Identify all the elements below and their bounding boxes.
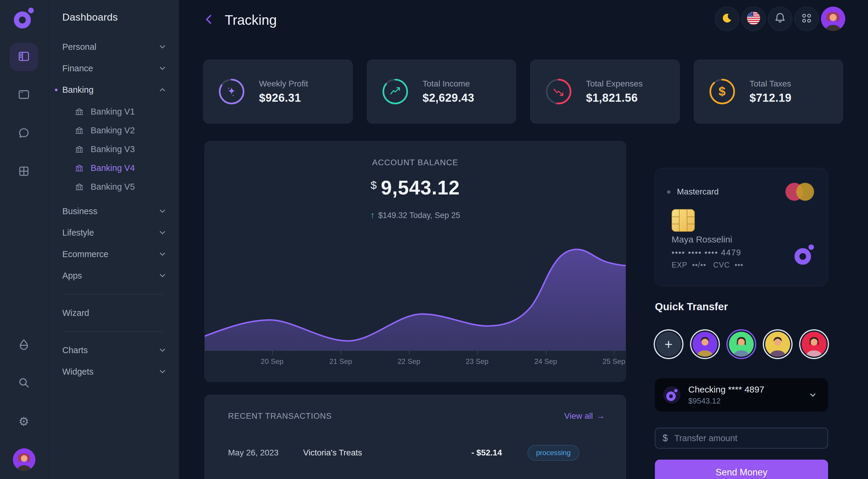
sidebar-submenu: Banking V1Banking V2Banking V3Banking V4…: [62, 100, 167, 201]
recipient-avatar-1[interactable]: [692, 332, 717, 357]
recipient-avatar-3[interactable]: [765, 332, 790, 357]
x-axis-label: 25 Sep: [602, 357, 625, 366]
card-exp-cvc: EXP ••/•• CVC •••: [672, 261, 743, 269]
rail-item-search[interactable]: [9, 369, 38, 397]
sidebar-menu: PersonalFinanceBankingBanking V1Banking …: [62, 36, 167, 382]
quick-transfer-title: Quick Transfer: [655, 301, 728, 312]
quick-transfer-avatars: +: [656, 332, 827, 357]
chevron-down-icon: [158, 250, 167, 259]
progress-ring: [544, 77, 574, 107]
stat-value: $926.31: [259, 92, 308, 104]
recipient-avatar-4[interactable]: [802, 332, 827, 357]
us-flag-icon: [747, 11, 761, 26]
sidebar-item-lifestyle[interactable]: Lifestyle: [62, 222, 167, 243]
cvc-masked: •••: [735, 261, 743, 269]
mastercard-logo-icon: [782, 180, 816, 204]
card-network-label: Mastercard: [677, 187, 782, 197]
sidebar-item-charts[interactable]: Charts: [62, 339, 167, 361]
sidebar-subitem-banking-v5[interactable]: Banking V5: [62, 177, 167, 196]
x-axis-label: 21 Sep: [330, 357, 352, 366]
account-select[interactable]: Checking **** 4897 $9543.12: [655, 378, 828, 412]
sidebar-item-label: Lifestyle: [62, 228, 158, 238]
sidebar-item-wizard[interactable]: Wizard: [62, 302, 167, 324]
transaction-row[interactable]: May 26, 2023 Victoria's Treats - $52.14 …: [228, 441, 605, 465]
bank-icon: [74, 163, 84, 173]
bank-icon: [74, 107, 84, 117]
sidebar-item-apps[interactable]: Apps: [62, 265, 167, 286]
stat-texts: Total Expenses $1,821.56: [586, 79, 643, 104]
bank-icon: [74, 126, 84, 136]
rail-item-settings[interactable]: ⚙: [9, 407, 38, 436]
stat-label: Total Expenses: [586, 79, 643, 89]
sidebar-item-label: Ecommerce: [62, 249, 158, 259]
sidebar-item-widgets[interactable]: Widgets: [62, 361, 167, 382]
chart-area-fill: [205, 249, 626, 351]
x-axis-tick: [546, 351, 547, 355]
sidebar-item-banking[interactable]: Banking: [62, 79, 167, 100]
sidebar-subitem-label: Banking V4: [91, 163, 135, 173]
language-button[interactable]: [741, 6, 766, 31]
stat-value: $1,821.56: [586, 92, 643, 104]
sidebar-item-label: Personal: [62, 42, 158, 52]
back-button[interactable]: [203, 13, 216, 27]
x-axis-line: [205, 351, 626, 351]
sidebar: Dashboards PersonalFinanceBankingBanking…: [48, 0, 179, 479]
chevron-down-icon: [808, 390, 818, 400]
bank-icon: [74, 145, 84, 154]
sidebar-item-finance[interactable]: Finance: [62, 58, 167, 79]
window-icon: [17, 88, 30, 102]
x-axis-label: 23 Sep: [466, 357, 489, 366]
person-avatar-icon: [692, 332, 717, 357]
arrow-right-icon: →: [596, 411, 605, 421]
send-money-button[interactable]: Send Money: [655, 459, 828, 479]
x-axis-tick: [341, 351, 341, 355]
apps-menu-button[interactable]: [795, 6, 819, 31]
rail-profile-avatar[interactable]: [13, 448, 35, 471]
rail-item-dashboards[interactable]: [9, 43, 38, 71]
topbar-actions: [715, 6, 845, 31]
view-all-link[interactable]: View all →: [564, 411, 605, 421]
dark-mode-button[interactable]: [715, 6, 739, 31]
sidebar-item-label: Apps: [62, 271, 158, 281]
x-axis-label: 24 Sep: [534, 357, 557, 366]
brand-logo-icon: [663, 386, 681, 403]
sidebar-item-label: Banking: [62, 85, 158, 95]
sidebar-subitem-banking-v4[interactable]: Banking V4: [62, 159, 167, 177]
person-avatar-icon: [729, 332, 754, 357]
stat-card-total-expenses: Total Expenses $1,821.56: [530, 60, 680, 123]
credit-card-panel: Mastercard Maya Rosselini •••• •••• ••••…: [655, 168, 828, 286]
rail-item-chat[interactable]: [9, 119, 38, 148]
notifications-button[interactable]: [768, 6, 792, 31]
arrow-up-icon: ↑: [370, 210, 375, 220]
chevron-left-icon: [203, 13, 215, 27]
stat-label: Total Income: [423, 79, 474, 89]
sidebar-subitem-banking-v1[interactable]: Banking V1: [62, 102, 167, 121]
recipient-avatar-2[interactable]: [729, 332, 754, 357]
sidebar-item-business[interactable]: Business: [62, 201, 167, 222]
rail-item-window[interactable]: [9, 81, 38, 110]
stat-value: $712.19: [750, 92, 792, 104]
rail-item-theme[interactable]: [9, 331, 38, 359]
card-number-masked: •••• •••• •••• 4479: [672, 248, 741, 258]
stat-value: $2,629.43: [423, 92, 474, 104]
x-axis-tick: [272, 351, 273, 355]
sidebar-item-label: Business: [62, 206, 158, 216]
rail-item-table[interactable]: [9, 157, 38, 186]
stat-label: Total Taxes: [750, 79, 792, 89]
add-recipient-button[interactable]: +: [656, 332, 681, 357]
sidebar-item-ecommerce[interactable]: Ecommerce: [62, 243, 167, 265]
progress-ring: [217, 77, 247, 107]
status-badge: processing: [528, 445, 579, 460]
card-holder-name: Maya Rosselini: [672, 234, 732, 245]
sidebar-item-personal[interactable]: Personal: [62, 36, 167, 58]
chevron-down-icon: [158, 42, 167, 51]
sidebar-subitem-banking-v3[interactable]: Banking V3: [62, 140, 167, 159]
transaction-row[interactable]: May 25, 2023 Mores Saint LLC - $498.47 c…: [228, 476, 605, 479]
brand-logo[interactable]: [12, 6, 35, 30]
chevron-down-icon: [158, 207, 167, 216]
sidebar-subitem-banking-v2[interactable]: Banking V2: [62, 121, 167, 140]
transfer-amount-input[interactable]: [674, 433, 820, 444]
chevron-down-icon: [158, 346, 167, 355]
profile-avatar[interactable]: [821, 6, 845, 31]
card-chip-icon: [672, 209, 695, 232]
